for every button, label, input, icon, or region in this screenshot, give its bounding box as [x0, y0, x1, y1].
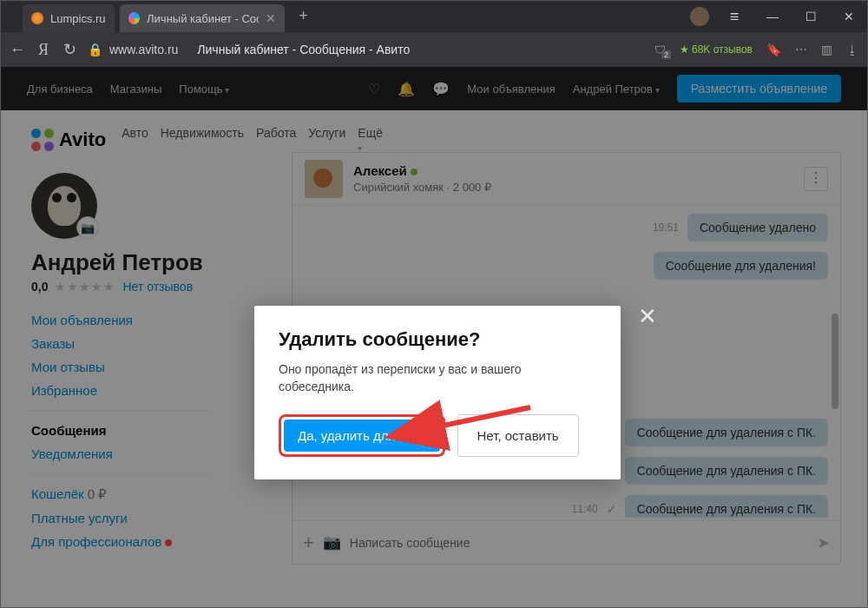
lock-icon: 🔒 — [88, 43, 102, 56]
tutorial-highlight: Да, удалить для всех — [279, 414, 445, 457]
new-tab-button[interactable]: + — [293, 6, 314, 27]
tab-title: Lumpics.ru — [50, 12, 106, 25]
yandex-icon[interactable]: Я — [36, 41, 51, 59]
tab-lumpics[interactable]: Lumpics.ru — [23, 4, 115, 32]
bookmark-icon[interactable]: 🔖 — [766, 43, 781, 56]
browser-menu-icon[interactable]: ≡ — [716, 3, 753, 30]
browser-titlebar: Lumpics.ru Личный кабинет - Соо ✕ + ≡ — … — [1, 1, 867, 32]
close-tab-icon[interactable]: ✕ — [266, 11, 276, 25]
content-wrap: Для бизнеса Магазины Помощь ♡ 🔔 💬 Мои об… — [1, 67, 867, 608]
window-maximize-icon[interactable]: ☐ — [792, 3, 829, 30]
delete-message-modal: ✕ Удалить сообщение? Оно пропадёт из пер… — [254, 306, 621, 479]
confirm-delete-button[interactable]: Да, удалить для всех — [284, 420, 440, 452]
extension-rating[interactable]: ★68K отзывов — [680, 43, 753, 56]
tab-avito[interactable]: Личный кабинет - Соо ✕ — [120, 4, 285, 32]
favicon-lumpics — [31, 12, 43, 24]
downloads-icon[interactable]: ⭳ — [846, 43, 858, 56]
page-title: Личный кабинет - Сообщения - Авито — [197, 43, 410, 56]
window-close-icon[interactable]: ✕ — [831, 3, 867, 30]
address-bar: ← Я ↻ 🔒 www.avito.ru Личный кабинет - Со… — [1, 32, 867, 67]
favicon-avito — [128, 12, 141, 24]
modal-title: Удалить сообщение? — [279, 328, 596, 351]
cancel-delete-button[interactable]: Нет, оставить — [457, 414, 579, 457]
modal-body: Оно пропадёт из переписки у вас и вашего… — [279, 361, 596, 395]
more-icon[interactable]: ⋯ — [795, 43, 807, 56]
star-icon: ★ — [680, 43, 689, 56]
tab-title: Личный кабинет - Соо — [147, 12, 259, 25]
modal-close-icon[interactable]: ✕ — [638, 303, 657, 330]
url-text: www.avito.ru — [109, 43, 178, 56]
window-minimize-icon[interactable]: — — [754, 3, 791, 30]
window-controls: ≡ — ☐ ✕ — [690, 3, 867, 30]
nav-reload-icon[interactable]: ↻ — [62, 40, 77, 59]
browser-profile-avatar[interactable] — [690, 7, 709, 26]
nav-back-icon[interactable]: ← — [10, 41, 25, 59]
url-box[interactable]: 🔒 www.avito.ru — [88, 43, 178, 56]
shield-icon[interactable]: 🛡2 — [654, 43, 666, 56]
sidebar-icon[interactable]: ▥ — [821, 43, 832, 56]
